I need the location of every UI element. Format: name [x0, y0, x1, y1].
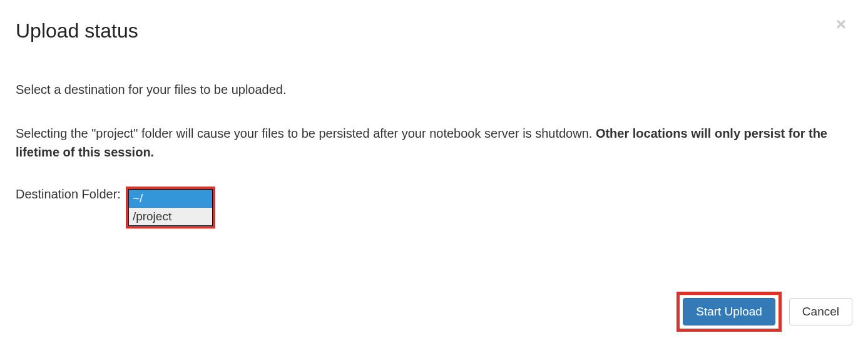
destination-row: Destination Folder: ~/ /project — [16, 187, 852, 228]
instruction-text-2: Selecting the "project" folder will caus… — [16, 124, 852, 161]
start-upload-highlight: Start Upload — [677, 292, 782, 332]
modal-footer: Start Upload Cancel — [677, 292, 852, 332]
folder-option-project[interactable]: /project — [129, 208, 212, 226]
modal-body: Select a destination for your files to b… — [16, 80, 852, 228]
destination-folder-label: Destination Folder: — [16, 187, 121, 202]
folder-option-home[interactable]: ~/ — [129, 190, 212, 208]
start-upload-button[interactable]: Start Upload — [683, 298, 775, 325]
close-icon[interactable]: × — [836, 16, 852, 33]
destination-select-highlight: ~/ /project — [126, 187, 215, 228]
instruction-text-2a: Selecting the "project" folder will caus… — [16, 126, 596, 140]
modal-title: Upload status — [16, 16, 138, 46]
destination-folder-select[interactable]: ~/ /project — [128, 189, 213, 226]
instruction-text-1: Select a destination for your files to b… — [16, 80, 852, 99]
cancel-button[interactable]: Cancel — [789, 298, 852, 325]
